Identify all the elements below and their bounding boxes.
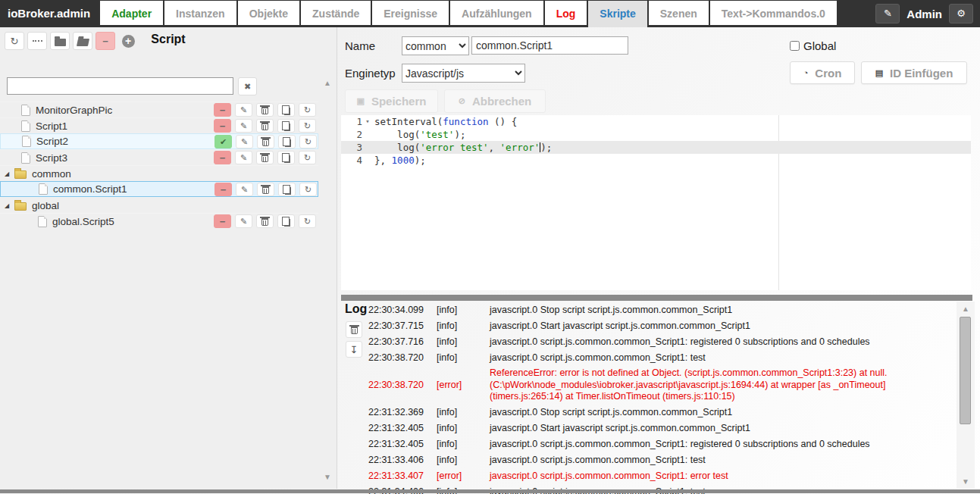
script-name-input[interactable] (471, 36, 628, 55)
tab-skripte[interactable]: Skripte (588, 1, 647, 27)
tab-ereignisse[interactable]: Ereignisse (372, 1, 449, 25)
edit-script-button[interactable]: ✎ (236, 135, 253, 149)
tree-script-global-script5[interactable]: global.Script5−✎↻ (0, 213, 318, 229)
expander-icon[interactable]: ◢ (5, 202, 14, 209)
tab-szenen[interactable]: Szenen (649, 1, 709, 25)
topbar-right: ✎ Admin ⚙ (875, 0, 980, 27)
fold-arrow-icon[interactable]: ▾ (362, 115, 373, 128)
tree-folder-common[interactable]: ◢common (0, 165, 318, 181)
tree-item-label: Script1 (30, 120, 67, 132)
edit-script-button[interactable]: ✎ (235, 119, 252, 133)
script-disabled-button[interactable]: − (214, 214, 231, 228)
log-scroll-thumb[interactable] (960, 317, 971, 424)
code-line-4[interactable]: 4}, 1000); (341, 154, 971, 167)
tree-scroll-up-icon[interactable]: ▲ (324, 79, 331, 87)
log-message: javascript.0 script.js.common.common_Scr… (490, 452, 952, 468)
trash-icon (261, 218, 268, 226)
settings-button[interactable]: ⚙ (949, 4, 973, 23)
log-download-button[interactable]: ↧ (346, 341, 362, 358)
edit-user-button[interactable]: ✎ (875, 4, 900, 23)
restart-script-button[interactable]: ↻ (299, 214, 316, 228)
delete-script-button[interactable] (256, 103, 274, 117)
expander-icon[interactable]: ◢ (5, 170, 14, 177)
code-editor[interactable]: 1▾setInterval(function () {2 log('test')… (341, 115, 971, 290)
script-disabled-button[interactable]: − (214, 183, 232, 196)
copy-script-button[interactable] (277, 151, 295, 164)
expand-folders-button[interactable] (73, 32, 92, 50)
log-time: 22:31:32.405 (368, 421, 437, 436)
tree-script-common-script1[interactable]: common.Script1−✎↻ (0, 181, 318, 197)
sidebar-toolbar: ↻ − + (5, 32, 138, 50)
tree-script-script3[interactable]: Script3−✎↻ (0, 149, 318, 165)
refresh-tree-button[interactable]: ↻ (5, 32, 24, 50)
cancel-button[interactable]: ⊘ Abbrechen (444, 89, 546, 113)
log-clear-button[interactable] (346, 321, 362, 338)
folder-select[interactable]: common (402, 36, 469, 55)
code-line-1[interactable]: 1▾setInterval(function () { (341, 115, 971, 128)
insert-id-label: ID Einfügen (890, 67, 953, 80)
restart-script-button[interactable]: ↻ (299, 103, 316, 117)
tab-instanzen[interactable]: Instanzen (164, 1, 236, 25)
copy-script-button[interactable] (277, 103, 295, 117)
delete-script-button[interactable] (256, 119, 274, 133)
edit-script-button[interactable]: ✎ (235, 151, 252, 164)
edit-script-button[interactable]: ✎ (235, 103, 252, 117)
global-checkbox[interactable] (790, 41, 800, 51)
tab-objekte[interactable]: Objekte (238, 1, 299, 25)
code-token: ); (415, 155, 426, 166)
restart-script-button[interactable]: ↻ (299, 183, 317, 196)
search-input[interactable] (7, 77, 233, 95)
code-line-3[interactable]: 3 log('error test', 'error'); (341, 141, 971, 154)
copy-script-button[interactable] (278, 135, 296, 149)
script-disabled-button[interactable]: − (214, 151, 231, 164)
delete-script-button[interactable]: − (95, 32, 115, 50)
bottom-scrollbar[interactable] (0, 489, 980, 493)
log-scroll-down-icon[interactable]: ▼ (962, 477, 969, 486)
delete-script-button[interactable] (256, 214, 274, 228)
tab-aufz-hlungen[interactable]: Aufzählungen (450, 1, 543, 25)
delete-script-button[interactable] (257, 135, 274, 149)
copy-icon (284, 123, 290, 131)
edit-script-button[interactable]: ✎ (235, 214, 252, 228)
edit-script-button[interactable]: ✎ (236, 183, 253, 196)
search-clear-button[interactable]: ✖ (238, 77, 257, 95)
log-scroll-up-icon[interactable]: ▲ (962, 305, 969, 313)
delete-script-button[interactable] (256, 151, 274, 164)
script-disabled-button[interactable]: − (214, 103, 231, 117)
cron-button[interactable]: ◔ Cron (790, 61, 855, 84)
tab-adapter[interactable]: Adapter (100, 1, 163, 25)
log-entry: 22:31:33.406[info]javascript.0 script.js… (368, 452, 953, 468)
download-icon: ↧ (350, 344, 358, 355)
copy-script-button[interactable] (277, 214, 295, 228)
restart-script-button[interactable]: ↻ (299, 135, 317, 149)
tree-scroll-down-icon[interactable]: ▼ (324, 473, 331, 481)
tree-folder-global[interactable]: ◢global (0, 197, 318, 213)
code-line-2[interactable]: 2 log('test'); (341, 128, 971, 141)
copy-script-button[interactable] (277, 119, 295, 133)
tab-bar: AdapterInstanzenObjekteZuständeEreigniss… (99, 0, 838, 27)
admin-user-label: Admin (906, 8, 942, 20)
enginetype-select[interactable]: Javascript/js (402, 64, 525, 83)
restart-script-button[interactable]: ↻ (299, 151, 316, 164)
log-entry: 22:30:37.715[info]javascript.0 Start jav… (368, 318, 953, 334)
collapse-folders-button[interactable] (50, 32, 70, 50)
script-enabled-button[interactable]: ✔ (214, 135, 232, 149)
log-severity: [info] (437, 405, 490, 421)
log-severity: [error] (437, 468, 490, 484)
collapse-all-button[interactable] (27, 32, 47, 50)
log-splitter-handle[interactable] (341, 295, 972, 301)
tab-text-kommandos-0[interactable]: Text->Kommandos.0 (710, 1, 837, 25)
tab-log[interactable]: Log (545, 1, 587, 25)
save-button[interactable]: ▣ Speichern (345, 89, 438, 113)
insert-id-button[interactable]: ▤ ID Einfügen (861, 61, 967, 84)
tab-zust-nde[interactable]: Zustände (301, 1, 371, 25)
global-label: Global (803, 39, 836, 52)
delete-script-button[interactable] (257, 183, 274, 196)
copy-script-button[interactable] (278, 183, 296, 196)
tree-script-monitorgraphpic[interactable]: MonitorGraphPic−✎↻ (0, 102, 318, 117)
tree-script-script2[interactable]: Script2✔✎↻ (0, 133, 318, 149)
tree-script-script1[interactable]: Script1−✎↻ (0, 117, 318, 133)
add-script-button[interactable]: + (118, 32, 138, 50)
restart-script-button[interactable]: ↻ (299, 119, 316, 133)
script-disabled-button[interactable]: − (214, 119, 231, 133)
